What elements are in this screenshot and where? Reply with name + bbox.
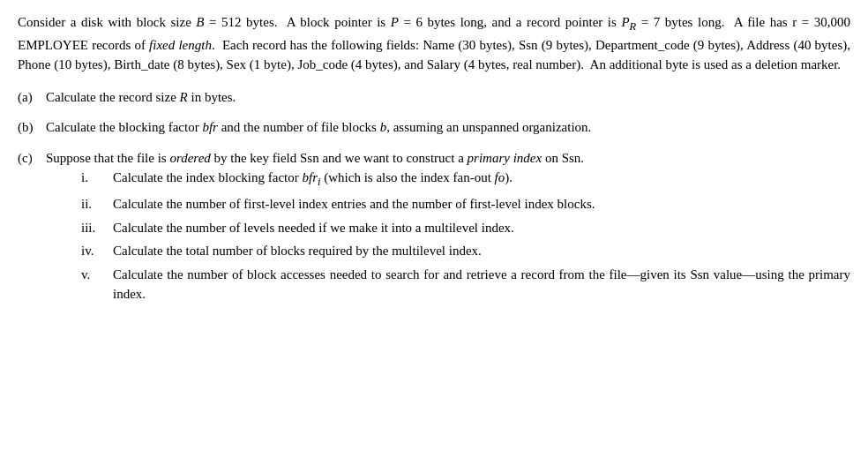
subpart-iii-label: iii. <box>81 218 113 238</box>
subpart-ii-content: Calculate the number of first-level inde… <box>113 194 850 214</box>
part-a-content: Calculate the record size R in bytes. <box>46 87 850 108</box>
subpart-iii: iii. Calculate the number of levels need… <box>46 218 850 238</box>
subpart-i: i. Calculate the index blocking factor b… <box>46 168 850 191</box>
part-c-intro: Suppose that the file is ordered by the … <box>46 148 850 169</box>
part-a-label: (a) <box>18 87 46 108</box>
subpart-v-content: Calculate the number of block accesses n… <box>113 265 850 304</box>
var-B: B <box>196 15 204 29</box>
part-b: (b) Calculate the blocking factor bfr an… <box>18 117 850 138</box>
subpart-iii-content: Calculate the number of levels needed if… <box>113 218 850 238</box>
part-c-label: (c) <box>18 148 46 169</box>
subpart-v-label: v. <box>81 265 113 285</box>
part-c-content: Suppose that the file is ordered by the … <box>46 148 850 308</box>
intro-paragraph: Consider a disk with block size B = 512 … <box>18 12 850 75</box>
subpart-ii: ii. Calculate the number of first-level … <box>46 194 850 214</box>
subpart-iv-label: iv. <box>81 241 113 261</box>
part-c: (c) Suppose that the file is ordered by … <box>18 148 850 308</box>
part-b-label: (b) <box>18 117 46 138</box>
part-b-content: Calculate the blocking factor bfr and th… <box>46 117 850 138</box>
subpart-iv-content: Calculate the total number of blocks req… <box>113 241 850 261</box>
part-a: (a) Calculate the record size R in bytes… <box>18 87 850 108</box>
subpart-iv: iv. Calculate the total number of blocks… <box>46 241 850 261</box>
subpart-i-label: i. <box>81 168 113 188</box>
subpart-v: v. Calculate the number of block accesse… <box>46 265 850 304</box>
subpart-i-content: Calculate the index blocking factor bfri… <box>113 168 850 191</box>
subpart-ii-label: ii. <box>81 194 113 214</box>
